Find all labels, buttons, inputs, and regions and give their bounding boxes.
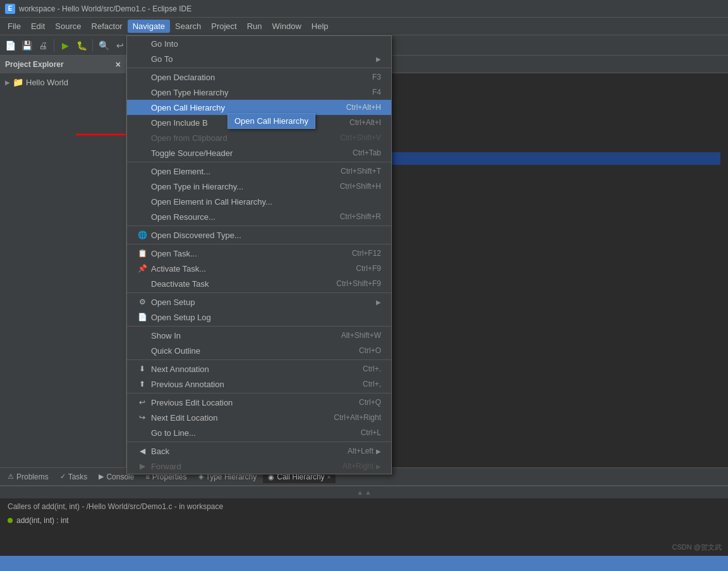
- scroll-chevron: ▲ ▲: [357, 489, 372, 496]
- nav-toggle-source-header[interactable]: Toggle Source/Header Ctrl+Tab: [127, 145, 391, 160]
- nav-sep-4: [127, 244, 391, 244]
- menu-help[interactable]: Help: [306, 20, 334, 33]
- caller-status-dot: [8, 518, 13, 523]
- sidebar-header: Project Explorer ×: [0, 56, 126, 73]
- nav-sep-1: [127, 68, 391, 68]
- tab-problems[interactable]: ⚠ Problems: [3, 471, 54, 483]
- nav-open-type-in-hierarchy[interactable]: Open Type in Hierarchy... Ctrl+Shift+H: [127, 179, 391, 194]
- print-button[interactable]: 🖨: [35, 38, 51, 53]
- debug-button[interactable]: 🐛: [74, 38, 89, 53]
- forward-submenu-arrow: ▶: [376, 463, 381, 470]
- nav-open-setup-log[interactable]: 📄 Open Setup Log: [127, 310, 391, 325]
- tasks-tab-label: Tasks: [68, 472, 88, 481]
- problems-tab-label: Problems: [16, 472, 49, 481]
- nav-back[interactable]: ◀ Back Alt+Left ▶: [127, 443, 391, 459]
- statusbar: [0, 556, 728, 571]
- search-toolbar-button[interactable]: 🔍: [96, 38, 111, 53]
- nav-prev-annotation[interactable]: ⬆ Previous Annotation Ctrl+,: [127, 376, 391, 392]
- setup-icon: ⚙: [137, 297, 147, 307]
- go-into-icon: [137, 39, 147, 49]
- menu-search[interactable]: Search: [170, 20, 206, 33]
- activate-task-icon: 📌: [137, 263, 147, 273]
- run-button[interactable]: ▶: [58, 38, 73, 53]
- prev-edit-icon: ↩: [137, 397, 147, 407]
- discovered-type-icon: 🌐: [137, 230, 147, 240]
- nav-forward: ▶ Forward Alt+Right ▶: [127, 459, 391, 474]
- type-hierarchy-icon: [137, 87, 147, 97]
- nav-show-in[interactable]: Show In Alt+Shift+W: [127, 328, 391, 343]
- menu-run[interactable]: Run: [242, 20, 267, 33]
- project-icon: 📁: [13, 77, 23, 87]
- nav-open-element-in-call-hierarchy[interactable]: Open Element in Call Hierarchy...: [127, 194, 391, 209]
- go-to-submenu-arrow: ▶: [376, 56, 381, 63]
- save-button[interactable]: 💾: [19, 38, 34, 53]
- nav-next-edit-location[interactable]: ↪ Next Edit Location Ctrl+Alt+Right: [127, 410, 391, 425]
- callers-title: Callers of add(int, int) - /Hello World/…: [8, 502, 720, 511]
- menu-project[interactable]: Project: [206, 20, 241, 33]
- menu-refactor[interactable]: Refactor: [87, 20, 128, 33]
- sidebar-project-item[interactable]: ▶ 📁 Hello World: [0, 76, 126, 88]
- menu-edit[interactable]: Edit: [26, 20, 50, 33]
- call-hierarchy-icon: [137, 102, 147, 112]
- clipboard-icon: [137, 133, 147, 143]
- nav-open-type-hierarchy[interactable]: Open Type Hierarchy F4: [127, 85, 391, 100]
- tree-expand-arrow: ▶: [5, 79, 10, 86]
- type-in-hierarchy-icon: [137, 181, 147, 191]
- menu-file[interactable]: File: [3, 20, 26, 33]
- nav-open-resource[interactable]: Open Resource... Ctrl+Shift+R: [127, 209, 391, 224]
- back-submenu-arrow: ▶: [376, 448, 381, 455]
- nav-prev-edit-location[interactable]: ↩ Previous Edit Location Ctrl+Q: [127, 395, 391, 410]
- scroll-indicator[interactable]: ▲ ▲: [0, 486, 728, 498]
- tab-tasks[interactable]: ✓ Tasks: [55, 471, 93, 483]
- nav-sep-3: [127, 225, 391, 226]
- caller-item-add[interactable]: add(int, int) : int: [8, 515, 720, 526]
- nav-open-from-clipboard: Open from Clipboard Ctrl+Shift+V: [127, 130, 391, 145]
- watermark: CSDN @贺文武: [672, 543, 722, 552]
- open-element-icon: [137, 166, 147, 176]
- nav-sep-9: [127, 442, 391, 442]
- element-call-hierarchy-icon: [137, 196, 147, 207]
- nav-go-to-line[interactable]: Go to Line... Ctrl+L: [127, 425, 391, 440]
- nav-go-to[interactable]: Go To ▶: [127, 51, 391, 66]
- setup-log-icon: 📄: [137, 312, 147, 322]
- nav-open-declaration[interactable]: Open Declaration F3: [127, 69, 391, 85]
- nav-sep-5: [127, 292, 391, 293]
- nav-next-annotation[interactable]: ⬇ Next Annotation Ctrl+.: [127, 361, 391, 376]
- nav-go-into[interactable]: Go Into: [127, 36, 391, 51]
- undo-button[interactable]: ↩: [112, 38, 128, 53]
- menubar: File Edit Source Refactor Navigate Searc…: [0, 18, 728, 35]
- setup-submenu-arrow: ▶: [376, 299, 381, 306]
- nav-open-task[interactable]: 📋 Open Task... Ctrl+F12: [127, 246, 391, 261]
- open-call-hierarchy-tooltip: Open Call Hierarchy: [228, 113, 315, 129]
- open-resource-icon: [137, 212, 147, 222]
- menu-window[interactable]: Window: [267, 20, 306, 33]
- toolbar-sep-1: [54, 39, 54, 52]
- nav-sep-7: [127, 359, 391, 360]
- nav-sep-2: [127, 162, 391, 162]
- nav-quick-outline[interactable]: Quick Outline Ctrl+O: [127, 343, 391, 358]
- menu-source[interactable]: Source: [50, 20, 86, 33]
- titlebar: E workspace - Hello World/src/Demo1.c - …: [0, 0, 728, 18]
- sidebar-close[interactable]: ×: [116, 59, 121, 69]
- console-tab-icon: ▶: [99, 472, 104, 481]
- nav-deactivate-task[interactable]: Deactivate Task Ctrl+Shift+F9: [127, 276, 391, 291]
- menu-navigate[interactable]: Navigate: [128, 20, 170, 33]
- show-in-icon: [137, 330, 147, 340]
- new-button[interactable]: 📄: [3, 38, 18, 53]
- problems-tab-icon: ⚠: [8, 472, 14, 481]
- call-hierarchy-tab-close[interactable]: ×: [327, 474, 331, 481]
- nav-sep-8: [127, 393, 391, 394]
- project-label: Hello World: [26, 78, 68, 87]
- deactivate-task-icon: [137, 279, 147, 289]
- nav-open-element[interactable]: Open Element... Ctrl+Shift+T: [127, 164, 391, 179]
- next-annotation-icon: ⬇: [137, 364, 147, 374]
- next-edit-icon: ↪: [137, 412, 147, 423]
- nav-activate-task[interactable]: 📌 Activate Task... Ctrl+F9: [127, 261, 391, 276]
- toggle-source-icon: [137, 148, 147, 158]
- task-icon: 📋: [137, 248, 147, 258]
- nav-open-discovered-type[interactable]: 🌐 Open Discovered Type...: [127, 227, 391, 243]
- prev-annotation-icon: ⬆: [137, 379, 147, 389]
- quick-outline-icon: [137, 346, 147, 356]
- nav-open-setup[interactable]: ⚙ Open Setup ▶: [127, 294, 391, 310]
- navigate-dropdown-menu: Go Into Go To ▶ Open Declaration F3 Open…: [126, 35, 392, 474]
